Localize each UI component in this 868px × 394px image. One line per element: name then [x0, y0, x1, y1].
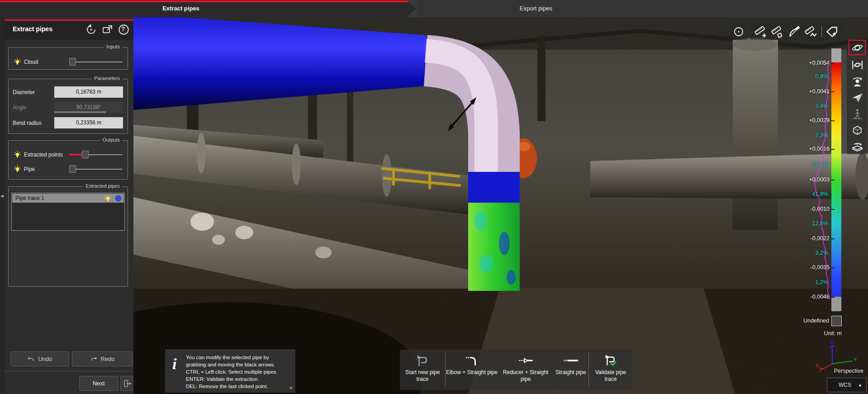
- elbow-straight-pipe-button[interactable]: Elbow + Straight pipe: [446, 350, 498, 390]
- extracted-points-visibility-icon[interactable]: [14, 151, 21, 158]
- bend-radius-label: Bend radius: [13, 120, 42, 126]
- extracted-points-slider-thumb[interactable]: [82, 151, 89, 158]
- elbow-straight-pipe-icon: [464, 354, 480, 367]
- examine-button[interactable]: [849, 74, 865, 88]
- info-line: CTRL + Left click: Select multiple pipes…: [186, 368, 291, 375]
- pipe-slider[interactable]: [69, 169, 122, 170]
- extracted-pipes-legend: Extracted pipes: [83, 183, 122, 189]
- pipe-visibility-icon[interactable]: [14, 165, 21, 173]
- info-line: You can modify the selected pipe by: [186, 354, 291, 361]
- label-button[interactable]: [825, 25, 839, 38]
- bend-radius-field[interactable]: 0,23356 m: [54, 117, 123, 128]
- detach-panel-button[interactable]: [101, 24, 114, 36]
- exit-icon: [123, 379, 132, 388]
- undefined-color-swatch[interactable]: [831, 316, 842, 326]
- view-cube-button[interactable]: [849, 123, 865, 137]
- examine-icon: [851, 75, 863, 87]
- panel-collapse-icon[interactable]: ◀: [0, 194, 4, 198]
- point-cloud-viewport[interactable]: [133, 17, 868, 394]
- pipe-trace-visibility-icon[interactable]: [104, 195, 112, 202]
- diameter-field[interactable]: 0,16763 m: [54, 86, 123, 98]
- coordinate-system-dropdown[interactable]: WCS ▲: [827, 378, 867, 392]
- undo-button[interactable]: Undo: [10, 351, 69, 366]
- panel-footer-divider: [5, 371, 133, 371]
- pipe-label: Pipe: [24, 166, 35, 172]
- info-text: You can modify the selected pipe by grab…: [186, 354, 291, 390]
- cloud-slider[interactable]: [69, 62, 122, 62]
- extracted-pipes-list[interactable]: Pipe trace 1: [11, 193, 125, 231]
- reset-button[interactable]: [85, 24, 97, 36]
- measure-box-button[interactable]: [770, 25, 784, 38]
- tab-export-pipes[interactable]: [417, 0, 868, 17]
- info-box: i You can modify the selected pipe by gr…: [165, 349, 295, 393]
- axis-x-label: X: [816, 363, 819, 368]
- validate-pipe-trace-icon: [602, 354, 619, 367]
- cloud-slider-thumb[interactable]: [69, 58, 76, 66]
- measure-polyline-button[interactable]: [804, 25, 818, 38]
- scale-histogram-curve: [812, 43, 837, 308]
- button-label: Elbow + Straight pipe: [446, 369, 498, 376]
- inputs-legend: Inputs: [104, 44, 122, 49]
- collapse-info-icon[interactable]: «: [289, 384, 293, 391]
- label-icon: [825, 25, 839, 38]
- start-new-pipe-trace-button[interactable]: Start new pipe trace: [400, 350, 445, 390]
- redo-icon: [90, 355, 98, 363]
- pipe-tools-toolbar: Start new pipe trace Elbow + Straight pi…: [400, 350, 632, 390]
- point-cloud-scene: [133, 17, 868, 394]
- angle-label: Angle: [13, 104, 27, 111]
- pipe-trace-color-swatch[interactable]: [115, 195, 121, 201]
- measure-angle-icon: [787, 25, 801, 38]
- circle-measure-icon: [733, 26, 745, 38]
- help-button[interactable]: ?: [118, 24, 130, 36]
- pipe-slider-thumb[interactable]: [69, 165, 76, 173]
- next-button[interactable]: Next: [79, 376, 118, 391]
- angle-progress: [54, 111, 106, 113]
- reset-icon: [85, 24, 97, 36]
- angle-field: 90,73138°: [54, 102, 123, 113]
- add-measure-button[interactable]: [754, 25, 767, 38]
- active-tab-progress-line: [0, 0, 408, 2]
- projection-label: Perspective: [834, 368, 863, 374]
- workflow-tab-bar: Extract pipes Export pipes: [0, 0, 868, 17]
- validate-pipe-trace-button[interactable]: Validate pipe trace: [589, 350, 632, 390]
- turntable-icon: [851, 140, 863, 152]
- redo-button[interactable]: Redo: [72, 351, 133, 366]
- pipe-extraction-app: Extract pipes Export pipes Extract pipes…: [0, 0, 868, 394]
- info-line: grabbing and moving the black arrows.: [186, 361, 291, 368]
- constrained-orbit-button[interactable]: [849, 58, 865, 71]
- info-line: DEL: Remove the last clicked point.: [186, 383, 291, 390]
- inputs-group: Inputs: [8, 47, 128, 70]
- start-pipe-trace-icon: [414, 354, 431, 367]
- orbit-button[interactable]: [849, 40, 866, 55]
- parameters-legend: Parameters: [92, 76, 122, 81]
- cloud-visibility-icon[interactable]: [14, 58, 21, 66]
- extracted-points-label: Extracted points: [24, 152, 63, 158]
- redo-label: Redo: [100, 356, 114, 362]
- toolbar-divider: [821, 26, 822, 37]
- straight-pipe-icon: [563, 354, 579, 367]
- detach-icon: [101, 24, 114, 36]
- tab-export-pipes-label[interactable]: Export pipes: [507, 5, 565, 12]
- fly-button[interactable]: [849, 90, 865, 104]
- diameter-label: Diameter: [13, 89, 35, 95]
- circle-measure-button[interactable]: [730, 24, 747, 40]
- pipe-trace-label: Pipe trace 1: [12, 195, 44, 201]
- button-label: Validate pipe trace: [589, 369, 632, 383]
- info-line: ENTER: Validate the extraction.: [186, 375, 291, 383]
- straight-pipe-button[interactable]: Straight pipe: [553, 350, 588, 390]
- walk-icon: [851, 108, 863, 120]
- list-item-pipe-trace[interactable]: Pipe trace 1: [12, 194, 124, 203]
- walk-button[interactable]: [849, 107, 865, 120]
- exit-button[interactable]: [120, 376, 134, 391]
- extracted-points-slider-fill: [69, 154, 82, 156]
- button-label: Reducer + Straight pipe: [498, 369, 553, 383]
- measure-angle-button[interactable]: [787, 25, 801, 38]
- extracted-points-slider[interactable]: [69, 154, 122, 155]
- measure-toolbar: [750, 24, 842, 40]
- reducer-straight-pipe-button[interactable]: Reducer + Straight pipe: [498, 350, 553, 390]
- help-glyph: ?: [121, 25, 125, 33]
- dropdown-up-icon: ▲: [858, 383, 866, 387]
- turntable-button[interactable]: [849, 139, 865, 153]
- reducer-straight-pipe-icon: [517, 354, 534, 367]
- outputs-legend: Outputs: [100, 137, 122, 142]
